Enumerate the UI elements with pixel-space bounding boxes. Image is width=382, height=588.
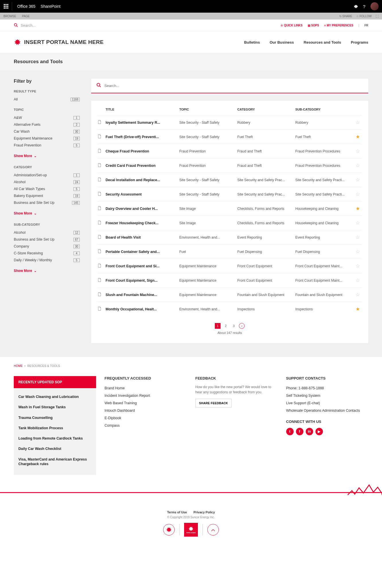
favorite-star-icon[interactable]: ☆ <box>353 148 362 154</box>
facet-item[interactable]: Administation/Set-up1 <box>14 172 80 179</box>
nav-our-business[interactable]: Our Business <box>270 40 294 45</box>
favorite-star-icon[interactable]: ☆ <box>353 292 362 298</box>
facet-item[interactable]: Business and Site Set Up67 <box>14 236 80 243</box>
recently-item[interactable]: Daily Car Wash Checklist <box>18 444 91 454</box>
result-title[interactable]: Decal Installation and Replace... <box>106 178 176 182</box>
favorite-star-icon[interactable]: ☆ <box>353 234 362 240</box>
my-preferences-link[interactable]: ≡ MY PREFERENCES <box>324 24 353 27</box>
result-title[interactable]: Fuel Theft (Drive-off) Preventi... <box>106 135 176 139</box>
result-title[interactable]: Freezer Housekeeping Check... <box>106 221 176 225</box>
favorite-star-icon[interactable]: ★ <box>353 306 362 312</box>
result-row[interactable]: Front Court Equipment and Si... Equipmen… <box>98 259 362 273</box>
facet-item[interactable]: Business and Site Set Up145 <box>14 199 80 206</box>
page-next[interactable]: › <box>239 323 245 329</box>
favorite-star-icon[interactable]: ★ <box>353 134 362 140</box>
ribbon-browse-tab[interactable]: BROWSE <box>3 15 16 18</box>
favorite-star-icon[interactable]: ★ <box>353 206 362 212</box>
favorite-star-icon[interactable]: ☆ <box>353 177 362 183</box>
recently-item[interactable]: Loading from Remote Cardlock Tanks <box>18 433 91 444</box>
share-feedback-button[interactable]: SHARE FEEDBACK <box>195 399 232 407</box>
ribbon-page-tab[interactable]: PAGE <box>22 15 30 18</box>
page-2[interactable]: 2 <box>223 323 229 329</box>
support-item[interactable]: Self Ticketing System <box>286 392 369 399</box>
office365-label[interactable]: Office 365 <box>17 4 36 9</box>
result-title[interactable]: Front Court Equipment and Si... <box>106 264 176 268</box>
help-icon[interactable]: ? <box>362 4 367 9</box>
follow-button[interactable]: ☆ FOLLOW <box>356 15 372 18</box>
favorite-star-icon[interactable]: ☆ <box>353 163 362 169</box>
twitter-icon[interactable]: t <box>286 428 294 435</box>
facet-item[interactable]: Equipment Maintenance19 <box>14 135 80 142</box>
terms-link[interactable]: Terms of Use <box>167 510 187 514</box>
recently-item[interactable]: Tank Mobilization Process <box>18 423 91 433</box>
result-row[interactable]: Dairy Overview and Cooler H... Site Imag… <box>98 201 362 216</box>
recently-item[interactable]: Visa, MasterCard and American Express Ch… <box>18 454 91 469</box>
facet-item[interactable]: Fraud Prevention5 <box>14 142 80 149</box>
result-row[interactable]: Fuel Theft (Drive-off) Preventi... Site … <box>98 129 362 144</box>
freq-item[interactable]: Web Based Training <box>105 399 187 407</box>
result-title[interactable]: loyalty Settlement Summary R... <box>106 121 176 125</box>
facet-item[interactable]: Alternative Fuels2 <box>14 121 80 128</box>
facet-item[interactable]: All Car Wash Types5 <box>14 185 80 192</box>
result-title[interactable]: Front Court Equipment, Sign... <box>106 278 176 283</box>
show-more-topic[interactable]: Show More⌄ <box>14 154 80 158</box>
freq-item[interactable]: E-Dipbook <box>105 414 187 422</box>
result-row[interactable]: Portable Container Safety and... Fuel Fu… <box>98 244 362 259</box>
language-toggle[interactable]: FR <box>365 24 368 27</box>
result-title[interactable]: Portable Container Safety and... <box>106 250 176 254</box>
facet-item[interactable]: Alcohol12 <box>14 229 80 236</box>
result-title[interactable]: Dairy Overview and Cooler H... <box>106 207 176 211</box>
result-row[interactable]: loyalty Settlement Summary R... Site Sec… <box>98 115 362 129</box>
sharepoint-label[interactable]: SharePoint <box>41 4 61 9</box>
result-row[interactable]: Credit Card Fraud Prevention Fraud Preve… <box>98 158 362 173</box>
col-title[interactable]: TITLE <box>106 108 176 111</box>
facet-item[interactable]: Company30 <box>14 243 80 250</box>
result-row[interactable]: Security Assessment Site Security - Staf… <box>98 187 362 201</box>
favorite-star-icon[interactable]: ☆ <box>353 191 362 197</box>
favorite-star-icon[interactable]: ☆ <box>353 263 362 269</box>
support-item[interactable]: Wholesale Operations Administration Cont… <box>286 407 369 414</box>
quick-links[interactable]: ☆ QUICK LINKS <box>280 24 303 27</box>
nav-bulletins[interactable]: Bulletins <box>244 40 260 45</box>
result-row[interactable]: Slush and Fountain Machine... Equipment … <box>98 287 362 302</box>
facet-item[interactable]: Daily / Weekly / Monthly5 <box>14 257 80 264</box>
recently-item[interactable]: Car Wash Cleaning and Lubrication <box>18 392 91 402</box>
result-row[interactable]: Freezer Housekeeping Check... Site Image… <box>98 216 362 230</box>
page-1[interactable]: 1 <box>215 323 221 329</box>
result-row[interactable]: Monthly Occupational, Healt... Environme… <box>98 302 362 316</box>
col-category[interactable]: CATEGORY <box>237 108 292 111</box>
global-search[interactable]: Search... <box>14 23 36 28</box>
show-more-subcategory[interactable]: Show More⌄ <box>14 269 80 273</box>
facet-item[interactable]: Bakery Equipment19 <box>14 192 80 199</box>
result-title[interactable]: Monthly Occupational, Healt... <box>106 307 176 311</box>
settings-gear-icon[interactable] <box>353 4 358 9</box>
facet-item[interactable]: Alcohol24 <box>14 179 80 185</box>
result-row[interactable]: Front Court Equipment, Sign... Equipment… <box>98 273 362 287</box>
facet-item[interactable]: Car Wash30 <box>14 128 80 135</box>
favorite-star-icon[interactable]: ☆ <box>353 119 362 125</box>
freq-item[interactable]: Intouch Dashboard <box>105 407 187 414</box>
col-subcategory[interactable]: SUB-CATEGORY <box>295 108 350 111</box>
support-item[interactable]: Phone: 1-888-675-1888 <box>286 384 369 392</box>
result-title[interactable]: Security Assessment <box>106 192 176 196</box>
favorite-star-icon[interactable]: ☆ <box>353 277 362 283</box>
privacy-link[interactable]: Privacy Policy <box>194 510 215 514</box>
app-launcher-icon[interactable] <box>3 2 12 11</box>
facet-item[interactable]: All1168 <box>14 96 80 103</box>
facebook-icon[interactable]: f <box>296 428 303 435</box>
result-title[interactable]: Credit Card Fraud Prevention <box>106 164 176 168</box>
breadcrumb-home[interactable]: HOME <box>14 364 23 368</box>
favorite-star-icon[interactable]: ☆ <box>353 220 362 226</box>
show-more-category[interactable]: Show More⌄ <box>14 211 80 215</box>
result-title[interactable]: Slush and Fountain Machine... <box>106 293 176 297</box>
col-topic[interactable]: TOPIC <box>179 108 234 111</box>
result-title[interactable]: Board of Health Visit <box>106 235 176 239</box>
results-search-input[interactable] <box>104 84 363 88</box>
facet-item[interactable]: C-Store Receiving4 <box>14 250 80 257</box>
linkedin-icon[interactable]: in <box>306 428 313 435</box>
freq-item[interactable]: Incident Investigation Report <box>105 392 187 399</box>
result-row[interactable]: Cheque Fraud Prevention Fraud Prevention… <box>98 144 362 158</box>
page-3[interactable]: 3 <box>231 323 237 329</box>
result-row[interactable]: Board of Health Visit Environment, Healt… <box>98 230 362 244</box>
recently-item[interactable]: Wash in Fuel Storage Tanks <box>18 402 91 412</box>
